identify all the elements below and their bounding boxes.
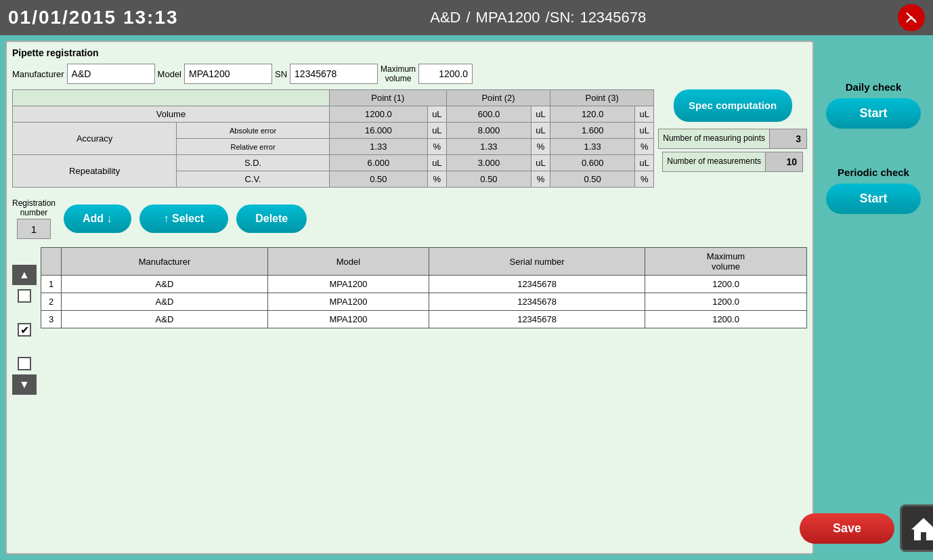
row3-num: 3 [41, 311, 62, 328]
num-measurements-value: 10 [765, 152, 802, 171]
table-row: 2 A&D MPA1200 12345678 1200.0 [41, 293, 807, 311]
header-separator: / [466, 9, 470, 26]
left-panel: Pipette registration Manufacturer Model … [5, 41, 814, 555]
row3-maxvol: 1200.0 [645, 311, 807, 328]
svg-marker-2 [911, 518, 933, 540]
daily-check-start-button[interactable]: Start [826, 98, 921, 129]
registration-number-input[interactable] [17, 219, 51, 239]
volume-p3-unit: uL [635, 106, 654, 123]
volume-label: Volume [13, 106, 330, 123]
manufacturer-input[interactable] [67, 64, 155, 84]
manufacturer-label: Manufacturer [12, 69, 64, 79]
rel-error-label: Relative error [177, 139, 330, 155]
volume-p1: 1200.0 [329, 106, 427, 123]
rel-error-p1-unit: % [427, 139, 446, 155]
max-volume-label: Maximumvolume [381, 64, 416, 84]
row1-num: 1 [41, 276, 62, 293]
rel-error-p3-unit: % [635, 139, 654, 155]
cv-p3-unit: % [635, 171, 654, 188]
rel-error-p1: 1.33 [329, 139, 427, 155]
registration-number-box: Registrationnumber [12, 198, 56, 239]
num-measurements-box: Number of measurements 10 [662, 152, 803, 172]
num-measurements-label: Number of measurements [663, 154, 765, 170]
checkbox-row1[interactable] [18, 289, 31, 303]
header-brand: A&D [430, 9, 460, 26]
abs-error-p2-unit: uL [531, 123, 550, 139]
cv-p2: 0.50 [446, 171, 531, 188]
page-title: Pipette registration [12, 47, 807, 58]
volume-row: Volume 1200.0 uL 600.0 uL 120.0 uL [13, 106, 654, 123]
add-button[interactable]: Add ↓ [64, 204, 131, 233]
row1-serial: 12345678 [429, 276, 645, 293]
sn-input[interactable] [290, 64, 378, 84]
checkbox-row3[interactable] [18, 357, 31, 370]
data-table-container: Point (1) Point (2) Point (3) Volume 120… [12, 89, 654, 193]
action-row: Registrationnumber Add ↓ ↑ Select Delete [12, 198, 807, 239]
point1-header: Point (1) [329, 90, 446, 106]
volume-p2: 600.0 [446, 106, 531, 123]
model-input[interactable] [184, 64, 272, 84]
arrow-checkbox-col: ▲ ✔ ▼ [12, 244, 37, 395]
row2-maxvol: 1200.0 [645, 293, 807, 311]
periodic-check-label: Periodic check [838, 167, 909, 178]
col-serial-header: Serial number [429, 248, 645, 276]
cv-p1-unit: % [427, 171, 446, 188]
bottom-table: Manufacturer Model Serial number Maximum… [41, 247, 807, 328]
num-measuring-points-box: Number of measuring points 3 [658, 129, 807, 149]
sd-p3: 0.600 [550, 155, 635, 171]
header-sn: 12345678 [580, 9, 646, 26]
num-measuring-points-label: Number of measuring points [659, 131, 769, 147]
num-measuring-points-value: 3 [769, 129, 806, 148]
rel-error-p2-unit: % [531, 139, 550, 155]
col-num-header [41, 248, 62, 276]
header: 01/01/2015 13:13 A&D / MPA1200 /SN: 1234… [0, 0, 933, 35]
abs-error-p2: 8.000 [446, 123, 531, 139]
sd-p3-unit: uL [635, 155, 654, 171]
header-datetime: 01/01/2015 13:13 [8, 7, 179, 28]
abs-error-p1: 16.000 [329, 123, 427, 139]
sd-p2: 3.000 [446, 155, 531, 171]
delete-button[interactable]: Delete [236, 204, 307, 233]
header-device-info: A&D / MPA1200 /SN: 12345678 [430, 9, 646, 26]
sd-row: Repeatability S.D. 6.000 uL 3.000 uL 0.6… [13, 155, 654, 171]
table-row: 3 A&D MPA1200 12345678 1200.0 [41, 311, 807, 328]
sd-p1: 6.000 [329, 155, 427, 171]
cv-label: C.V. [177, 171, 330, 188]
cv-p2-unit: % [531, 171, 550, 188]
select-button[interactable]: ↑ Select [139, 204, 229, 233]
max-volume-input[interactable] [418, 64, 473, 84]
data-table: Point (1) Point (2) Point (3) Volume 120… [12, 89, 654, 188]
col-model-header: Model [267, 248, 429, 276]
daily-check-label: Daily check [846, 81, 902, 93]
row3-serial: 12345678 [429, 311, 645, 328]
row1-model: MPA1200 [267, 276, 429, 293]
checkbox-row2[interactable]: ✔ [18, 323, 31, 337]
sn-label: SN [275, 69, 287, 79]
abs-error-row: Accuracy Absolute error 16.000 uL 8.000 … [13, 123, 654, 139]
header-model: MPA1200 [476, 9, 540, 26]
scroll-down-button[interactable]: ▼ [12, 374, 37, 395]
spec-computation-button[interactable]: Spec computation [674, 89, 792, 122]
scroll-up-button[interactable]: ▲ [12, 265, 37, 285]
row2-serial: 12345678 [429, 293, 645, 311]
rel-error-p3: 1.33 [550, 139, 635, 155]
main-table-area: Point (1) Point (2) Point (3) Volume 120… [12, 89, 807, 193]
point3-header: Point (3) [550, 90, 654, 106]
home-button[interactable] [900, 504, 933, 552]
accuracy-label: Accuracy [13, 123, 177, 155]
save-button[interactable]: Save [800, 513, 894, 544]
model-label: Model [158, 69, 181, 79]
row1-manufacturer: A&D [62, 276, 268, 293]
sd-label: S.D. [177, 155, 330, 171]
bottom-section: ▲ ✔ ▼ Manufacturer Model Serial number [12, 244, 807, 395]
abs-error-p3: 1.600 [550, 123, 635, 139]
sd-p1-unit: uL [427, 155, 446, 171]
periodic-check-start-button[interactable]: Start [826, 184, 921, 214]
row1-maxvol: 1200.0 [645, 276, 807, 293]
wireless-icon[interactable] [898, 4, 925, 31]
right-controls: Spec computation Number of measuring poi… [658, 89, 807, 193]
right-panel: Daily check Start Periodic check Start S… [819, 41, 928, 555]
row3-model: MPA1200 [267, 311, 429, 328]
header-sn-label: /SN: [546, 9, 575, 26]
header-right [898, 4, 925, 31]
